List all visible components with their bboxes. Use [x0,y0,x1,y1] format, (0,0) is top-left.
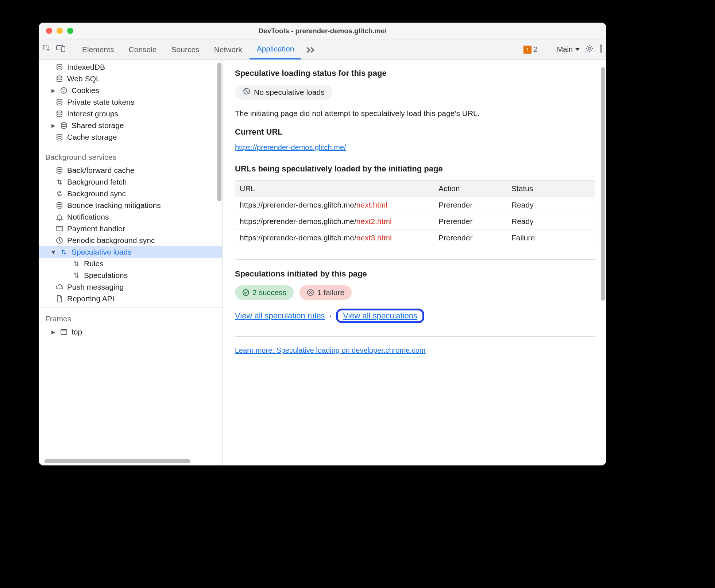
sidebar-item-speculative-loads[interactable]: ▾Speculative loads [39,246,222,258]
window-icon [60,328,68,336]
minimize-icon[interactable] [57,28,63,34]
sidebar-item-background-fetch[interactable]: Background fetch [39,176,222,188]
svg-rect-20 [56,227,63,231]
svg-point-5 [600,48,602,49]
sidebar-item-rules[interactable]: Rules [39,258,222,270]
table-row[interactable]: https://prerender-demos.glitch.me/next.h… [235,197,595,213]
speculations-heading: Speculations initiated by this page [235,269,595,279]
spec-links: View all speculation rules · View all sp… [235,309,595,323]
svg-point-18 [57,167,62,170]
window-title: DevTools - prerender-demos.glitch.me/ [258,27,386,35]
content-area: IndexedDB Web SQL ▸Cookies Private state… [39,60,606,465]
svg-point-4 [600,45,602,46]
sidebar-item-cache-storage[interactable]: Cache storage [39,131,222,143]
cell-url: https://prerender-demos.glitch.me/next3.… [235,230,434,246]
arrows-updown-icon [72,271,80,279]
sidebar-item-bfcache[interactable]: Back/forward cache [39,165,222,176]
database-icon [60,121,68,129]
file-icon [55,295,63,303]
current-url-heading: Current URL [235,127,595,137]
col-url[interactable]: URL [235,181,434,197]
sidebar-item-push-messaging[interactable]: Push messaging [39,281,222,293]
more-tabs-button[interactable] [301,39,320,59]
table-header: URL Action Status [235,181,595,197]
sidebar-item-shared-storage[interactable]: ▸Shared storage [39,120,222,131]
urls-heading: URLs being speculatively loaded by the i… [235,164,595,174]
divider [235,259,595,260]
sidebar-item-private-state-tokens[interactable]: Private state tokens [39,96,222,108]
database-icon [55,201,63,209]
svg-point-15 [57,111,62,113]
svg-rect-22 [61,329,67,334]
cell-url: https://prerender-demos.glitch.me/next2.… [235,213,434,229]
cell-status: Ready [507,213,595,229]
divider [235,336,595,337]
tab-console[interactable]: Console [121,39,164,59]
sidebar-section-frames: Frames [39,308,222,326]
table-row[interactable]: https://prerender-demos.glitch.me/next3.… [235,229,595,246]
success-badge: 2 success [235,285,294,300]
view-all-rules-link[interactable]: View all speculation rules [235,311,325,320]
panel-tabs: Elements Console Sources Network Applica… [75,39,301,59]
sidebar-item-indexeddb[interactable]: IndexedDB [39,61,222,73]
sidebar-item-frame-top[interactable]: ▸top [39,326,222,338]
clock-icon [55,236,63,244]
table-row[interactable]: https://prerender-demos.glitch.me/next2.… [235,213,595,229]
inspect-icon[interactable] [42,44,51,55]
frame-selector[interactable]: Main [557,45,580,54]
svg-point-8 [57,76,62,78]
sidebar-horizontal-scrollbar[interactable] [45,459,190,463]
col-status[interactable]: Status [507,181,595,197]
svg-point-19 [57,202,62,205]
warnings-indicator[interactable]: ! 2 [523,45,538,54]
warning-icon: ! [523,46,532,54]
sidebar-item-speculations[interactable]: Speculations [39,270,222,281]
cell-status: Ready [507,197,595,213]
svg-point-3 [588,47,591,50]
panel-vertical-scrollbar[interactable] [601,67,605,301]
sidebar-item-websql[interactable]: Web SQL [39,73,222,85]
tab-network[interactable]: Network [207,39,250,59]
cell-action: Prerender [434,230,507,246]
sidebar-item-periodic-sync[interactable]: Periodic background sync [39,235,222,246]
status-heading: Speculative loading status for this page [235,69,595,78]
highlight-ring: View all speculations [336,309,424,323]
cell-status: Failure [507,230,595,246]
svg-point-13 [65,91,65,92]
sidebar-item-reporting-api[interactable]: Reporting API [39,293,222,305]
device-mode-icon[interactable] [56,45,66,54]
sidebar-item-payment-handler[interactable]: Payment handler [39,223,222,235]
col-action[interactable]: Action [434,181,507,197]
svg-point-11 [64,89,65,90]
current-url-link[interactable]: https://prerender-demos.glitch.me/ [235,143,346,151]
sidebar-item-background-sync[interactable]: Background sync [39,188,222,200]
database-icon [55,110,63,118]
gear-icon[interactable] [585,44,594,55]
sidebar-section-background-services: Background services [39,146,222,165]
sidebar-vertical-scrollbar[interactable] [217,63,221,201]
svg-rect-2 [62,47,65,52]
status-pill: No speculative loads [235,85,333,100]
close-icon[interactable] [46,28,52,34]
expand-arrow-icon: ▸ [50,328,56,336]
sidebar-item-cookies[interactable]: ▸Cookies [39,85,222,96]
tab-elements[interactable]: Elements [75,39,121,59]
learn-more-link[interactable]: Learn more: Speculative loading on devel… [235,346,426,354]
speculative-urls-table: URL Action Status https://prerender-demo… [235,180,595,246]
tab-application[interactable]: Application [250,39,302,59]
zoom-icon[interactable] [67,28,73,34]
cloud-icon [55,283,63,291]
bell-icon [55,213,63,221]
sidebar-item-bounce-tracking[interactable]: Bounce tracking mitigations [39,200,222,211]
sidebar-item-interest-groups[interactable]: Interest groups [39,108,222,120]
kebab-icon[interactable] [599,44,603,55]
sidebar-item-notifications[interactable]: Notifications [39,211,222,223]
view-all-speculations-link[interactable]: View all speculations [343,311,417,320]
cell-action: Prerender [434,213,507,229]
database-icon [55,75,63,83]
tab-sources[interactable]: Sources [164,39,207,59]
cookie-icon [60,86,68,94]
svg-point-7 [57,64,62,66]
card-icon [55,225,63,233]
arrows-updown-icon [60,248,68,256]
